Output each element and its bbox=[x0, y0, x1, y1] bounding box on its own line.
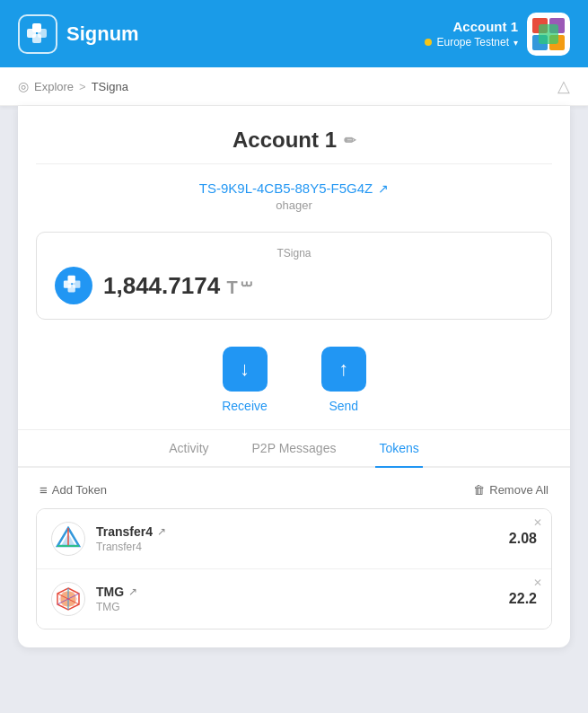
transfer4-info: Transfer4 ↗ Transfer4 bbox=[96, 524, 509, 553]
account-name: Account 1 bbox=[425, 19, 518, 34]
alert-icon: △ bbox=[557, 76, 570, 96]
token-close-transfer4[interactable]: ✕ bbox=[533, 516, 542, 529]
account-title-section: Account 1 ✏ bbox=[18, 106, 570, 163]
action-buttons: ↓ Receive ↑ Send bbox=[18, 332, 570, 413]
tabs: Activity P2P Messages Tokens bbox=[18, 430, 570, 468]
receive-button[interactable]: ↓ Receive bbox=[222, 347, 268, 413]
network-name: Europe Testnet bbox=[436, 36, 509, 48]
svg-rect-12 bbox=[68, 276, 75, 283]
edit-icon[interactable]: ✏ bbox=[344, 132, 355, 149]
transfer4-name-row: Transfer4 ↗ bbox=[96, 524, 509, 539]
tab-tokens[interactable]: Tokens bbox=[375, 430, 422, 468]
send-button[interactable]: ↑ Send bbox=[321, 347, 366, 413]
remove-all-button[interactable]: 🗑 Remove All bbox=[473, 482, 549, 497]
tab-activity[interactable]: Activity bbox=[165, 430, 212, 468]
add-token-icon: ≡ bbox=[39, 482, 48, 497]
logo-icon bbox=[18, 14, 57, 54]
tmg-logo bbox=[51, 582, 85, 616]
sub-header: ◎ Explore > TSigna △ bbox=[0, 67, 588, 106]
avatar[interactable] bbox=[527, 13, 570, 56]
tmg-name-row: TMG ↗ bbox=[96, 585, 509, 599]
account-title-text: Account 1 bbox=[233, 128, 337, 153]
account-address: TS-9K9L-4CB5-88Y5-F5G4Z bbox=[199, 180, 373, 196]
remove-all-label: Remove All bbox=[489, 483, 549, 497]
token-item-tmg: ✕ TMG ↗ TMG 22.2 bbox=[37, 569, 551, 629]
svg-rect-11 bbox=[68, 285, 75, 292]
compass-icon: ◎ bbox=[18, 79, 29, 93]
transfer4-name: Transfer4 bbox=[96, 524, 153, 539]
account-section: Account 1 Europe Testnet ▾ bbox=[425, 19, 518, 48]
tab-p2p[interactable]: P2P Messages bbox=[249, 430, 340, 468]
svg-rect-8 bbox=[539, 24, 558, 44]
tmg-symbol: TMG bbox=[96, 601, 509, 613]
token-list: ✕ Transfer4 ↗ Transfer4 2.08 ✕ bbox=[36, 508, 552, 629]
tmg-info: TMG ↗ TMG bbox=[96, 585, 509, 613]
transfer4-amount: 2.08 bbox=[509, 531, 537, 547]
balance-label: TSigna bbox=[55, 247, 533, 260]
transfer4-symbol: Transfer4 bbox=[96, 541, 509, 553]
logo-section: Signum bbox=[18, 14, 139, 54]
transfer4-logo bbox=[51, 522, 85, 556]
send-icon: ↑ bbox=[321, 347, 366, 392]
network-status-dot bbox=[425, 39, 432, 46]
network-selector[interactable]: Europe Testnet ▾ bbox=[425, 36, 518, 48]
svg-rect-3 bbox=[32, 23, 41, 32]
logo-text: Signum bbox=[66, 22, 139, 46]
address-section: TS-9K9L-4CB5-88Y5-F5G4Z ↗ ohager bbox=[18, 164, 570, 219]
breadcrumb-current: TSigna bbox=[92, 80, 128, 93]
balance-value: 1,844.7174 bbox=[103, 272, 220, 299]
address-line: TS-9K9L-4CB5-88Y5-F5G4Z ↗ bbox=[36, 180, 552, 196]
svg-rect-2 bbox=[32, 34, 41, 43]
account-alias: ohager bbox=[36, 198, 552, 212]
send-label: Send bbox=[329, 399, 358, 413]
balance-symbol-text: T꒳ bbox=[226, 277, 255, 297]
header-right: Account 1 Europe Testnet ▾ bbox=[425, 13, 570, 56]
transfer4-link-icon[interactable]: ↗ bbox=[157, 525, 166, 538]
token-actions-row: ≡ Add Token 🗑 Remove All bbox=[18, 482, 570, 497]
account-title: Account 1 ✏ bbox=[233, 128, 355, 153]
add-token-button[interactable]: ≡ Add Token bbox=[39, 482, 107, 497]
token-close-tmg[interactable]: ✕ bbox=[533, 577, 542, 589]
trash-icon: 🗑 bbox=[473, 483, 485, 497]
external-link-icon[interactable]: ↗ bbox=[378, 181, 389, 196]
signum-logo-icon bbox=[55, 267, 92, 304]
balance-row: 1,844.7174 T꒳ bbox=[55, 267, 533, 304]
chevron-down-icon: ▾ bbox=[513, 38, 518, 48]
breadcrumb-explore[interactable]: Explore bbox=[34, 80, 74, 93]
receive-icon: ↓ bbox=[223, 347, 268, 392]
balance-amount: 1,844.7174 T꒳ bbox=[103, 272, 256, 300]
tmg-amount: 22.2 bbox=[509, 591, 537, 607]
app-header: Signum Account 1 Europe Testnet ▾ bbox=[0, 0, 588, 67]
main-content: Account 1 ✏ TS-9K9L-4CB5-88Y5-F5G4Z ↗ oh… bbox=[18, 106, 570, 647]
token-item-transfer4: ✕ Transfer4 ↗ Transfer4 2.08 bbox=[37, 509, 551, 569]
breadcrumb: ◎ Explore > TSigna bbox=[18, 79, 128, 93]
breadcrumb-separator: > bbox=[79, 80, 86, 93]
balance-card: TSigna 1,844.7174 T꒳ bbox=[36, 232, 552, 320]
receive-label: Receive bbox=[222, 399, 268, 413]
tmg-link-icon[interactable]: ↗ bbox=[128, 585, 137, 598]
add-token-label: Add Token bbox=[52, 483, 107, 497]
tmg-name: TMG bbox=[96, 585, 124, 599]
